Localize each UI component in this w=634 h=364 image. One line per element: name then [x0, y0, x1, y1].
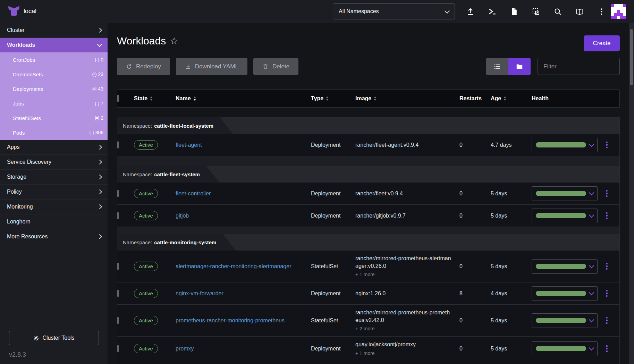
sidebar-item-longhorn[interactable]: Longhorn: [0, 214, 108, 229]
sidebar-item-more-resources[interactable]: More Resources: [0, 229, 108, 244]
sidebar-item-workloads[interactable]: Workloads: [0, 38, 108, 52]
kebab-dot: [606, 293, 608, 294]
sidebar-item-pods[interactable]: Pods{=}306: [0, 125, 108, 140]
image-more-count: + 1 more: [355, 350, 451, 357]
type-cell: Deployment: [311, 346, 355, 352]
sidebar-item-storage[interactable]: Storage: [0, 170, 108, 185]
top-header: local All Namespaces: [0, 0, 634, 23]
cluster-tools-button[interactable]: Cluster Tools: [9, 331, 99, 345]
vertical-scrollbar[interactable]: [629, 23, 634, 364]
health-scale-dropdown[interactable]: [532, 341, 598, 356]
namespace-group-header: Namespace:cattle-fleet-local-system: [117, 117, 619, 134]
kubectl-shell-icon[interactable]: [481, 0, 503, 23]
table-row-prometheus-rancher-monitoring-prometheus: Activeprometheus-rancher-monitoring-prom…: [117, 305, 619, 337]
redeploy-button[interactable]: Redeploy: [117, 58, 170, 75]
restarts-cell: 0: [459, 346, 491, 352]
menu-icon[interactable]: [591, 0, 612, 23]
workload-name-link[interactable]: fleet-controller: [176, 191, 217, 197]
health-scale-dropdown[interactable]: [532, 259, 598, 274]
sidebar-item-statefulsets[interactable]: StatefulSets{=}2: [0, 111, 108, 125]
sidebar-item-monitoring[interactable]: Monitoring: [0, 200, 108, 214]
workload-name-link[interactable]: gitjob: [176, 213, 195, 219]
row-actions-menu-icon[interactable]: [605, 289, 609, 298]
row-checkbox[interactable]: [117, 190, 119, 197]
age-cell: 5 days: [491, 318, 532, 324]
workload-name-link[interactable]: prometheus-rancher-monitoring-prometheus: [176, 318, 291, 324]
column-header-age[interactable]: Age: [491, 95, 532, 102]
sidebar-item-jobs[interactable]: Jobs{=}7: [0, 96, 108, 111]
health-scale-dropdown[interactable]: [532, 313, 598, 328]
column-header-state[interactable]: State: [134, 95, 176, 102]
workload-name-link[interactable]: promxy: [176, 346, 200, 352]
workload-name-link[interactable]: fleet-agent: [176, 142, 208, 148]
rancher-bull-icon[interactable]: [7, 5, 21, 18]
view-toggle-folder-view[interactable]: [508, 58, 531, 75]
row-actions-menu-icon[interactable]: [605, 262, 609, 271]
row-checkbox[interactable]: [117, 317, 119, 324]
delete-button[interactable]: Delete: [253, 58, 298, 75]
sidebar-item-daemonsets[interactable]: DaemonSets{=}23: [0, 67, 108, 82]
row-actions-menu-icon[interactable]: [605, 211, 609, 221]
state-cell: Active: [134, 316, 176, 325]
row-checkbox[interactable]: [117, 263, 119, 270]
sort-desc-icon: [504, 99, 506, 101]
workload-name-link[interactable]: nginx-vm-forwarder: [176, 290, 230, 297]
name-cell: fleet-agent: [176, 142, 311, 148]
health-cell: [532, 341, 619, 356]
namespace-name: cattle-fleet-local-system: [154, 123, 213, 129]
star-icon[interactable]: [170, 37, 178, 46]
health-scale-dropdown[interactable]: [532, 209, 598, 223]
count-badge-icon: {=}: [92, 72, 96, 77]
user-avatar[interactable]: [611, 4, 626, 19]
sidebar-item-apps[interactable]: Apps: [0, 140, 108, 155]
sidebar-item-service-discovery[interactable]: Service Discovery: [0, 155, 108, 170]
age-cell: 5 days: [491, 191, 532, 197]
workload-name-link[interactable]: alertmanager-rancher-monitoring-alertman…: [176, 263, 297, 270]
kebab-dot: [606, 212, 608, 214]
resource-count: 7: [101, 101, 103, 106]
row-checkbox[interactable]: [117, 141, 119, 149]
health-scale-dropdown[interactable]: [532, 286, 598, 301]
row-actions-menu-icon[interactable]: [605, 189, 609, 198]
sidebar-item-policy[interactable]: Policy: [0, 185, 108, 200]
image-name: quay.io/jacksontj/promxy: [355, 341, 451, 348]
health-scale-dropdown[interactable]: [532, 138, 598, 152]
sidebar-item-label: DaemonSets: [13, 71, 43, 77]
search-icon[interactable]: [547, 0, 569, 23]
sort-desc-icon: [193, 99, 196, 101]
row-actions-menu-icon[interactable]: [605, 316, 609, 325]
row-checkbox[interactable]: [117, 212, 119, 219]
column-header-name[interactable]: Name: [176, 95, 311, 102]
file-icon[interactable]: [503, 0, 525, 23]
table-body: Namespace:cattle-fleet-local-systemActiv…: [117, 117, 620, 364]
select-all-cell: [117, 95, 134, 102]
resource-count-badge: {=}43: [92, 86, 103, 92]
row-actions-menu-icon[interactable]: [605, 344, 609, 354]
upload-icon[interactable]: [459, 0, 481, 23]
filter-input[interactable]: [538, 58, 620, 75]
sidebar-nav: ClusterWorkloadsCronJobs{=}0DaemonSets{=…: [0, 23, 108, 244]
select-all-checkbox[interactable]: [117, 95, 119, 102]
row-checkbox[interactable]: [117, 345, 119, 352]
row-actions-menu-icon[interactable]: [605, 140, 609, 150]
sort-arrows-icon: [374, 96, 377, 101]
resource-count-badge: {=}0: [95, 57, 103, 62]
sidebar-item-cluster[interactable]: Cluster: [0, 23, 108, 38]
avatar-pixel: [623, 10, 626, 13]
docs-icon[interactable]: [569, 0, 591, 23]
sidebar-item-cronjobs[interactable]: CronJobs{=}0: [0, 52, 108, 67]
namespace-filter-select[interactable]: All Namespaces: [333, 3, 455, 19]
avatar-pixel: [617, 10, 620, 13]
column-header-image[interactable]: Image: [355, 95, 459, 102]
create-button[interactable]: Create: [584, 35, 620, 51]
column-header-type[interactable]: Type: [311, 95, 355, 102]
health-scale-dropdown[interactable]: [532, 186, 598, 201]
scrollbar-thumb[interactable]: [630, 29, 633, 85]
kebab-dot: [606, 290, 608, 292]
copy-icon[interactable]: [525, 0, 547, 23]
download-yaml-button[interactable]: Download YAML: [176, 58, 247, 75]
bulk-action-buttons: RedeployDownload YAMLDelete: [117, 58, 304, 75]
view-toggle-list-view[interactable]: [486, 58, 508, 75]
sidebar-item-deployments[interactable]: Deployments{=}43: [0, 82, 108, 96]
row-checkbox[interactable]: [117, 290, 119, 297]
